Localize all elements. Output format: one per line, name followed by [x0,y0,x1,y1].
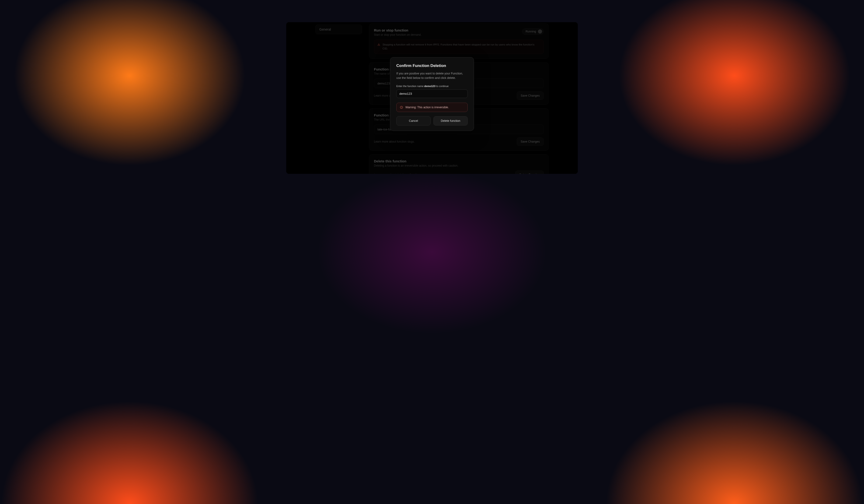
confirm-name-input[interactable] [396,89,468,98]
modal-warning-banner: Warning: This action is irreversible. [396,103,468,112]
modal-label-prefix: Enter the function name [396,85,424,87]
confirm-delete-modal: Confirm Function Deletion If you are pos… [390,57,474,131]
modal-actions: Cancel Delete function [396,116,468,125]
svg-point-2 [401,108,401,108]
cancel-button[interactable]: Cancel [396,116,431,125]
modal-description: If you are positive you want to delete y… [396,71,468,81]
app-window: General Run or stop function Start or st… [286,22,578,174]
modal-input-label: Enter the function name demo123 to conti… [396,85,468,87]
alert-circle-icon [400,106,403,109]
modal-label-suffix: to continue [436,85,449,87]
modal-label-name: demo123 [424,85,435,87]
confirm-delete-button[interactable]: Delete function [433,116,468,125]
modal-overlay[interactable]: Confirm Function Deletion If you are pos… [286,22,578,174]
modal-warning-text: Warning: This action is irreversible. [405,106,449,109]
modal-title: Confirm Function Deletion [396,63,468,68]
